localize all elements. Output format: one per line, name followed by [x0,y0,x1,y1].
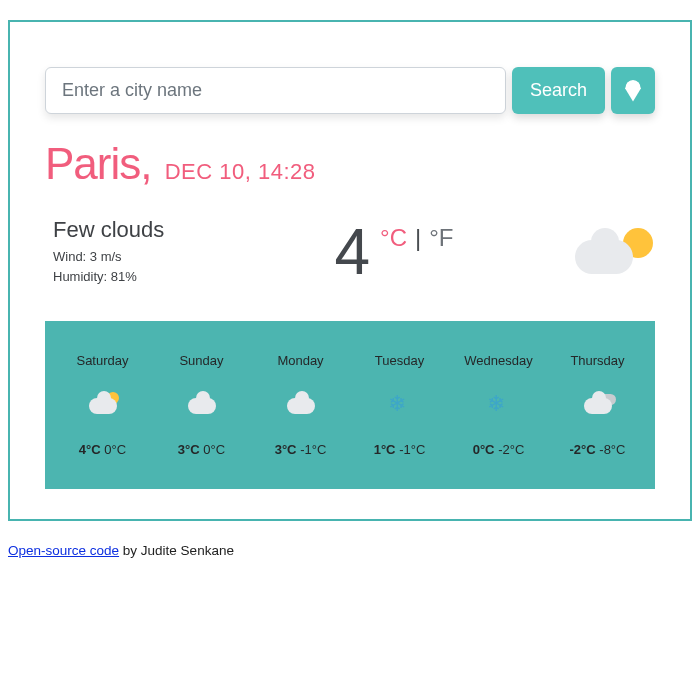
few-clouds-icon [575,222,655,282]
forecast-high: 1°C [374,442,396,457]
forecast-high: 3°C [178,442,200,457]
forecast-day: Thursday-2°C -8°C [548,353,647,457]
cloud-sun-icon [83,390,123,420]
forecast-high: 0°C [473,442,495,457]
search-button[interactable]: Search [512,67,605,114]
forecast-day: Saturday4°C 0°C [53,353,152,457]
forecast-day-name: Wednesday [464,353,532,368]
forecast-day-name: Saturday [76,353,128,368]
forecast-day-name: Sunday [179,353,223,368]
location-pin-icon [625,80,641,102]
condition-text: Few clouds [53,217,213,243]
forecast-temps: 3°C -1°C [275,442,327,457]
forecast-strip: Saturday4°C 0°CSunday3°C 0°CMonday3°C -1… [45,321,655,489]
footer-credit: Open-source code by Judite Senkane [8,543,692,558]
forecast-high: 4°C [79,442,101,457]
forecast-high: 3°C [275,442,297,457]
forecast-day: Tuesday❄1°C -1°C [350,353,449,457]
forecast-high: -2°C [570,442,596,457]
unit-fahrenheit-toggle[interactable]: °F [429,224,453,252]
cloud-multi-icon [578,390,618,420]
city-name: Paris [45,139,140,188]
forecast-low: -8°C [599,442,625,457]
forecast-low: 0°C [203,442,225,457]
snow-icon: ❄ [479,390,519,420]
forecast-temps: 4°C 0°C [79,442,126,457]
forecast-temps: 0°C -2°C [473,442,525,457]
forecast-temps: 1°C -1°C [374,442,426,457]
current-location-button[interactable] [611,67,655,114]
temperature-display: 4 °C | °F [334,220,453,284]
city-search-input[interactable] [45,67,506,114]
forecast-day-name: Monday [277,353,323,368]
weather-app: Search Paris, DEC 10, 14:28 Few clouds W… [8,20,692,521]
forecast-low: -1°C [300,442,326,457]
forecast-temps: 3°C 0°C [178,442,225,457]
city-heading: Paris, DEC 10, 14:28 [45,139,655,189]
cloud-icon [281,390,321,420]
forecast-day: Sunday3°C 0°C [152,353,251,457]
unit-celsius-toggle[interactable]: °C [380,224,407,252]
forecast-low: 0°C [104,442,126,457]
forecast-low: -1°C [399,442,425,457]
forecast-day: Monday3°C -1°C [251,353,350,457]
wind-text: Wind: 3 m/s [53,247,213,267]
cloud-icon [182,390,222,420]
humidity-text: Humidity: 81% [53,267,213,287]
source-code-link[interactable]: Open-source code [8,543,119,558]
forecast-temps: -2°C -8°C [570,442,626,457]
author-text: by Judite Senkane [119,543,234,558]
temperature-value: 4 [334,220,370,284]
forecast-day: Wednesday❄0°C -2°C [449,353,548,457]
current-conditions: Few clouds Wind: 3 m/s Humidity: 81% 4 °… [53,217,655,286]
local-datetime: DEC 10, 14:28 [165,159,316,184]
snow-icon: ❄ [380,390,420,420]
search-bar: Search [45,67,655,114]
forecast-day-name: Tuesday [375,353,424,368]
forecast-day-name: Thursday [570,353,624,368]
forecast-low: -2°C [498,442,524,457]
